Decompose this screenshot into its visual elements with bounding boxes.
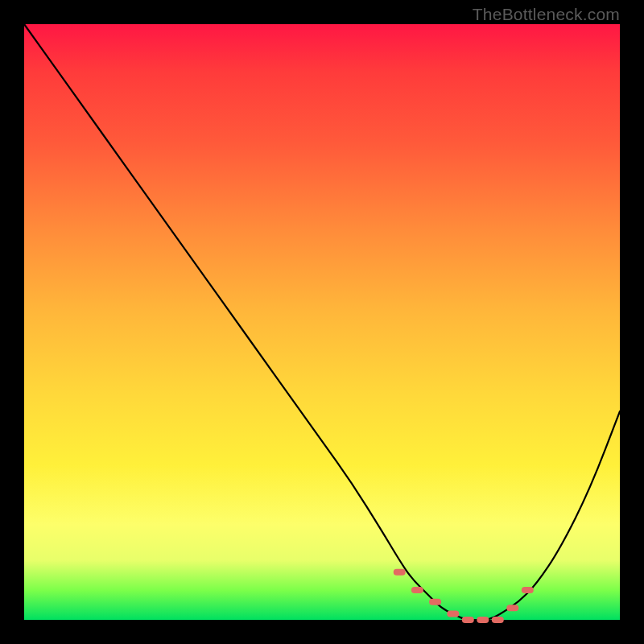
marker-group bbox=[394, 569, 534, 623]
curve-marker bbox=[429, 599, 441, 605]
chart-frame: TheBottleneck.com bbox=[0, 0, 644, 644]
curve-marker bbox=[477, 617, 489, 623]
curve-marker bbox=[394, 569, 406, 576]
curve-marker bbox=[492, 617, 504, 623]
bottleneck-curve bbox=[24, 24, 620, 620]
curve-svg bbox=[24, 24, 620, 620]
curve-marker bbox=[522, 587, 534, 593]
curve-marker bbox=[462, 617, 474, 623]
plot-area bbox=[24, 24, 620, 620]
watermark-text: TheBottleneck.com bbox=[473, 5, 620, 24]
curve-marker bbox=[447, 611, 459, 617]
curve-marker bbox=[411, 587, 423, 593]
curve-marker bbox=[506, 605, 518, 611]
